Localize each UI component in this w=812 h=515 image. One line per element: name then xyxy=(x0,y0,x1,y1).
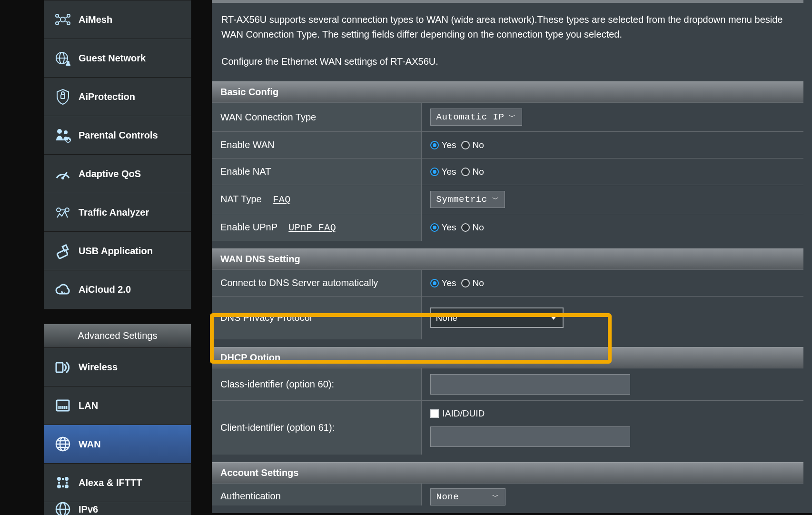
section-header-dhcp: DHCP Option xyxy=(212,347,803,368)
select-wan-conn-type[interactable]: Automatic IP ﹀ xyxy=(430,109,522,126)
sidebar-item-label: Traffic Analyzer xyxy=(79,207,149,218)
section-header-dns: WAN DNS Setting xyxy=(212,248,803,269)
section-header-account: Account Settings xyxy=(212,462,803,483)
sidebar-item-wireless[interactable]: Wireless xyxy=(44,348,191,386)
radio-yes[interactable]: Yes xyxy=(430,167,456,177)
svg-point-15 xyxy=(64,130,68,134)
radio-yes[interactable]: Yes xyxy=(430,278,456,288)
sidebar-item-traffic-analyzer[interactable]: Traffic Analyzer xyxy=(44,193,191,232)
radio-input[interactable] xyxy=(461,223,470,232)
sidebar-item-label: USB Application xyxy=(79,246,153,257)
radio-no[interactable]: No xyxy=(461,222,484,233)
label-text: Enable UPnP xyxy=(220,222,277,232)
sidebar-item-label: LAN xyxy=(79,400,98,411)
label-client-id: Client-identifier (option 61): xyxy=(212,400,421,455)
section-dhcp: DHCP Option Class-identifier (option 60)… xyxy=(212,347,803,455)
sidebar-item-aiprotection[interactable]: AiProtection xyxy=(44,78,191,116)
svg-rect-25 xyxy=(57,400,69,411)
sidebar-item-guest-network[interactable]: Guest Network xyxy=(44,39,191,78)
sidebar-item-adaptive-qos[interactable]: Adaptive QoS xyxy=(44,155,191,193)
svg-rect-35 xyxy=(62,478,64,480)
sidebar-item-ipv6[interactable]: IPv6 xyxy=(44,502,191,515)
radio-input[interactable] xyxy=(461,279,470,287)
sidebar-item-label: AiProtection xyxy=(79,91,135,102)
link-upnp-faq[interactable]: UPnP FAQ xyxy=(288,222,336,233)
label-dns-privacy: DNS Privacy Protocol xyxy=(212,297,421,339)
radio-label: Yes xyxy=(442,167,456,177)
sidebar-item-aimesh[interactable]: AiMesh xyxy=(44,0,191,39)
radio-label: No xyxy=(473,222,484,233)
lan-icon xyxy=(54,396,72,415)
radio-label: No xyxy=(473,278,484,288)
svg-rect-13 xyxy=(61,95,65,99)
svg-line-7 xyxy=(58,21,60,22)
sidebar-item-wan[interactable]: WAN xyxy=(44,425,191,464)
input-class-id[interactable] xyxy=(430,374,630,395)
sidebar-item-lan[interactable]: LAN xyxy=(44,386,191,425)
label-enable-nat: Enable NAT xyxy=(212,158,421,185)
radio-input[interactable] xyxy=(430,279,439,287)
sidebar: AiMesh Guest Network AiProtection Parent… xyxy=(44,0,191,515)
sidebar-item-label: Parental Controls xyxy=(79,130,158,141)
shield-icon xyxy=(54,88,72,106)
label-connect-dns-auto: Connect to DNS Server automatically xyxy=(212,270,421,297)
label-wan-conn-type: WAN Connection Type xyxy=(212,103,421,132)
sidebar-item-aicloud[interactable]: AiCloud 2.0 xyxy=(44,270,191,309)
aimesh-icon xyxy=(54,10,72,29)
svg-point-18 xyxy=(61,177,64,179)
intro-line1: RT-AX56U supports several connection typ… xyxy=(221,12,799,42)
advanced-settings-header: Advanced Settings xyxy=(44,324,191,348)
usb-icon xyxy=(54,242,72,260)
radio-enable-upnp: Yes No xyxy=(430,222,795,233)
select-value: Symmetric xyxy=(436,194,487,205)
input-client-id[interactable] xyxy=(430,426,630,447)
select-authentication[interactable]: None ﹀ xyxy=(430,488,505,505)
radio-enable-wan: Yes No xyxy=(430,140,795,150)
radio-yes[interactable]: Yes xyxy=(430,140,456,150)
sidebar-item-alexa-ifttt[interactable]: Alexa & IFTTT xyxy=(44,464,191,502)
radio-input[interactable] xyxy=(430,141,439,149)
radio-input[interactable] xyxy=(430,223,439,232)
sidebar-item-label: Wireless xyxy=(79,362,118,373)
radio-no[interactable]: No xyxy=(461,140,484,150)
radio-no[interactable]: No xyxy=(461,167,484,177)
radio-label: Yes xyxy=(442,140,456,150)
radio-input[interactable] xyxy=(461,141,470,149)
section-header-basic: Basic Config xyxy=(212,81,803,102)
select-dns-privacy[interactable]: None xyxy=(430,307,564,328)
radio-input[interactable] xyxy=(461,168,470,176)
checkbox-iaid-duid[interactable] xyxy=(430,409,439,418)
svg-point-34 xyxy=(65,485,69,488)
sidebar-item-usb-application[interactable]: USB Application xyxy=(44,232,191,270)
svg-point-14 xyxy=(57,129,62,134)
label-enable-wan: Enable WAN xyxy=(212,132,421,158)
svg-point-20 xyxy=(65,208,69,212)
wan-icon xyxy=(54,435,72,453)
section-account: Account Settings Authentication None ﹀ xyxy=(212,462,803,505)
cloud-icon xyxy=(54,281,72,299)
select-value: None xyxy=(436,492,459,502)
alexa-icon xyxy=(54,474,72,492)
radio-connect-dns-auto: Yes No xyxy=(430,278,795,288)
label-authentication: Authentication xyxy=(212,483,421,505)
radio-yes[interactable]: Yes xyxy=(430,222,456,233)
label-class-id: Class-identifier (option 60): xyxy=(212,368,421,400)
parental-icon xyxy=(54,126,72,144)
radio-input[interactable] xyxy=(430,168,439,176)
radio-label: No xyxy=(473,167,484,177)
svg-line-6 xyxy=(65,17,68,18)
svg-line-5 xyxy=(58,17,60,18)
checkbox-label: IAID/DUID xyxy=(443,408,485,419)
svg-point-19 xyxy=(57,208,60,212)
link-nat-faq[interactable]: FAQ xyxy=(273,194,291,205)
sidebar-item-parental-controls[interactable]: Parental Controls xyxy=(44,116,191,155)
svg-rect-23 xyxy=(62,245,68,251)
gauge-icon xyxy=(54,165,72,183)
sidebar-item-label: AiMesh xyxy=(79,14,112,25)
radio-no[interactable]: No xyxy=(461,278,484,288)
intro-line2: Configure the Ethernet WAN settings of R… xyxy=(221,54,799,69)
wireless-icon xyxy=(54,358,72,376)
svg-point-31 xyxy=(57,477,61,481)
select-nat-type[interactable]: Symmetric ﹀ xyxy=(430,191,505,208)
sidebar-item-label: Adaptive QoS xyxy=(79,168,141,179)
